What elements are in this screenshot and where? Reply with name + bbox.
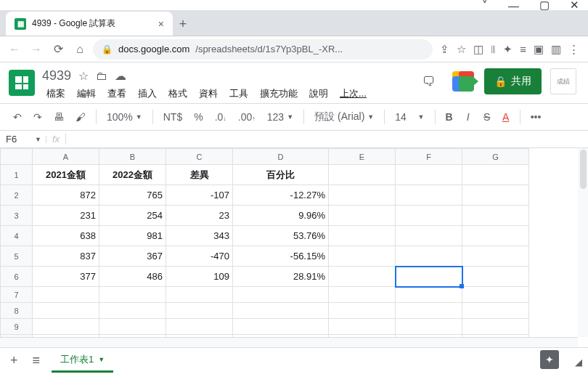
cell-C8[interactable]: [166, 303, 233, 319]
cell-E3[interactable]: [329, 206, 396, 226]
add-sheet-button[interactable]: +: [7, 350, 21, 371]
sheets-logo[interactable]: [9, 70, 35, 96]
row-header-8[interactable]: 8: [1, 303, 33, 319]
menu-last-edit[interactable]: 上次...: [335, 85, 371, 102]
cell-G5[interactable]: [462, 246, 529, 267]
meet-icon[interactable]: [451, 69, 475, 94]
reload-button[interactable]: ⟳: [49, 41, 67, 58]
column-header-D[interactable]: D: [233, 149, 329, 165]
select-all-corner[interactable]: [1, 149, 33, 165]
cell-F1[interactable]: [396, 165, 462, 185]
maximize-icon[interactable]: ▢: [539, 0, 550, 12]
cell-G4[interactable]: [462, 226, 529, 246]
share-button[interactable]: 🔒 共用: [484, 68, 542, 94]
horizontal-scrollbar[interactable]: [0, 337, 578, 347]
cell-F7[interactable]: [396, 287, 462, 303]
chevron-down-icon[interactable]: ˅: [482, 0, 488, 12]
name-box-dropdown[interactable]: ▼: [35, 136, 46, 143]
decrease-decimal-button[interactable]: .0↓: [211, 108, 231, 126]
increase-decimal-button[interactable]: .00↑: [234, 108, 260, 126]
row-header-9[interactable]: 9: [1, 319, 33, 335]
menu-view[interactable]: 查看: [103, 85, 131, 102]
row-header-4[interactable]: 4: [1, 226, 33, 246]
browser-tab-active[interactable]: ▦ 4939 - Google 試算表 ×: [6, 12, 173, 36]
menu-icon[interactable]: ⋮: [568, 43, 579, 56]
cloud-status-icon[interactable]: ☁: [115, 69, 126, 83]
cell-A3[interactable]: 231: [33, 206, 99, 226]
cell-C9[interactable]: [166, 319, 233, 335]
star-icon[interactable]: ☆: [457, 43, 466, 56]
cell-D4[interactable]: 53.76%: [233, 226, 329, 246]
cell-D1[interactable]: 百分比: [233, 165, 329, 185]
cell-A4[interactable]: 638: [33, 226, 99, 246]
puzzle-icon[interactable]: ✦: [503, 43, 513, 56]
extension-icon[interactable]: ⫴: [491, 43, 496, 56]
window-icon[interactable]: ▣: [534, 43, 544, 56]
sheet-menu-icon[interactable]: ▼: [98, 356, 105, 363]
install-icon[interactable]: ◫: [473, 43, 483, 56]
text-color-button[interactable]: A: [498, 108, 514, 126]
cell-A1[interactable]: 2021金額: [33, 165, 99, 185]
row-header-2[interactable]: 2: [1, 185, 33, 206]
cell-D6[interactable]: 28.91%: [233, 267, 329, 287]
cell-B5[interactable]: 367: [99, 246, 166, 267]
cell-F3[interactable]: [396, 206, 462, 226]
back-button[interactable]: ←: [6, 41, 23, 58]
column-header-E[interactable]: E: [329, 149, 396, 165]
cell-G8[interactable]: [462, 303, 529, 319]
column-header-F[interactable]: F: [396, 149, 462, 165]
forward-button[interactable]: →: [28, 41, 45, 58]
doc-title[interactable]: 4939: [42, 68, 71, 84]
cell-D8[interactable]: [233, 303, 329, 319]
close-tab-icon[interactable]: ×: [158, 18, 164, 30]
cell-C7[interactable]: [166, 287, 233, 303]
cell-C5[interactable]: -470: [166, 246, 233, 267]
cell-C4[interactable]: 343: [166, 226, 233, 246]
menu-extensions[interactable]: 擴充功能: [256, 85, 302, 102]
cell-A2[interactable]: 872: [33, 185, 99, 206]
cell-G3[interactable]: [462, 206, 529, 226]
cell-F6[interactable]: [396, 267, 462, 287]
currency-button[interactable]: NT$: [159, 108, 187, 126]
spreadsheet-grid[interactable]: ABCDEFG12021金額2022金額差異百分比2872765-107-12.…: [0, 148, 588, 337]
menu-file[interactable]: 檔案: [42, 85, 70, 102]
all-sheets-button[interactable]: ≡: [30, 350, 44, 371]
cell-E5[interactable]: [329, 246, 396, 267]
cell-A8[interactable]: [33, 303, 99, 319]
menu-data[interactable]: 資料: [195, 85, 222, 102]
sheet-tab-1[interactable]: 工作表1 ▼: [52, 349, 113, 373]
cell-E9[interactable]: [329, 319, 396, 335]
cell-C6[interactable]: 109: [166, 267, 233, 287]
cell-B1[interactable]: 2022金額: [99, 165, 166, 185]
cell-B2[interactable]: 765: [99, 185, 166, 206]
cell-A7[interactable]: [33, 287, 99, 303]
cell-G6[interactable]: [462, 267, 529, 287]
cell-D2[interactable]: -12.27%: [233, 185, 329, 206]
star-doc-icon[interactable]: ☆: [78, 69, 89, 83]
cell-G7[interactable]: [462, 287, 529, 303]
cell-G1[interactable]: [462, 165, 529, 185]
cell-F2[interactable]: [396, 185, 462, 206]
row-header-3[interactable]: 3: [1, 206, 33, 226]
row-header-1[interactable]: 1: [1, 165, 33, 185]
print-button[interactable]: 🖶: [49, 108, 68, 126]
cell-A5[interactable]: 837: [33, 246, 99, 267]
list-icon[interactable]: ≡: [520, 43, 526, 55]
cell-E1[interactable]: [329, 165, 396, 185]
cell-F5[interactable]: [396, 246, 462, 267]
more-toolbar-button[interactable]: •••: [526, 108, 546, 126]
cell-G2[interactable]: [462, 185, 529, 206]
cell-C1[interactable]: 差異: [166, 165, 233, 185]
vertical-scrollbar[interactable]: [578, 148, 588, 337]
cell-F9[interactable]: [396, 319, 462, 335]
new-tab-button[interactable]: +: [173, 14, 193, 34]
row-header-6[interactable]: 6: [1, 267, 33, 287]
menu-help[interactable]: 說明: [305, 85, 332, 102]
strikethrough-button[interactable]: S: [479, 108, 495, 126]
cell-F8[interactable]: [396, 303, 462, 319]
row-header-5[interactable]: 5: [1, 246, 33, 267]
bold-button[interactable]: B: [441, 108, 457, 126]
cell-D3[interactable]: 9.96%: [233, 206, 329, 226]
cell-D7[interactable]: [233, 287, 329, 303]
cell-D9[interactable]: [233, 319, 329, 335]
